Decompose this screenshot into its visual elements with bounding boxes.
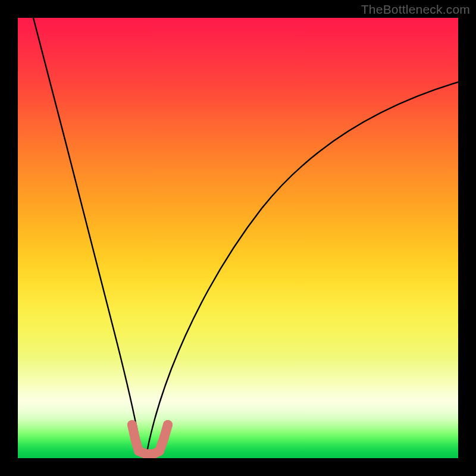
bottleneck-curve-left xyxy=(33,18,143,457)
svg-point-6 xyxy=(159,433,169,442)
svg-point-0 xyxy=(127,420,137,430)
watermark-text: TheBottleneck.com xyxy=(361,2,470,17)
bottleneck-curve-right xyxy=(146,82,458,458)
svg-point-5 xyxy=(155,446,164,456)
plot-area xyxy=(18,18,458,458)
curve-layer xyxy=(18,18,458,458)
chart-canvas: TheBottleneck.com xyxy=(0,0,476,476)
svg-point-1 xyxy=(130,434,140,443)
svg-point-7 xyxy=(163,420,173,430)
